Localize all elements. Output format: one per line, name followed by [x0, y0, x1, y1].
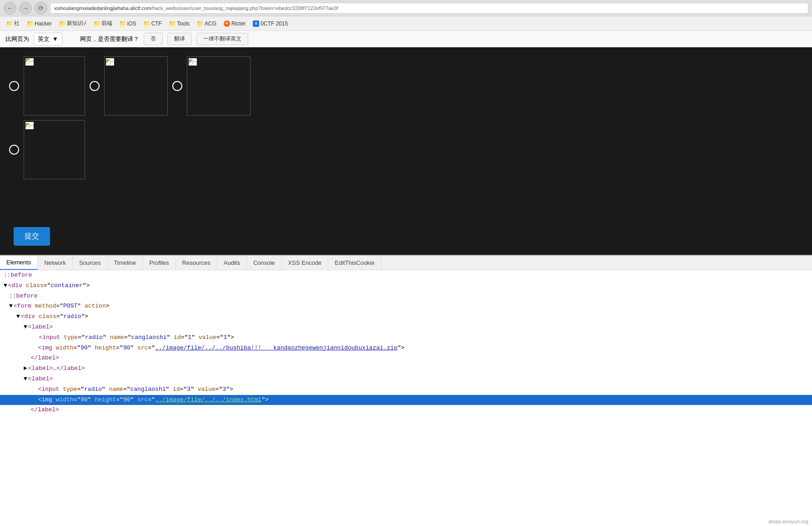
bookmark-hacker-label: Hacker	[35, 20, 52, 27]
tab-elements[interactable]: Elements	[0, 256, 38, 270]
code-line-label3: ▼<label>	[0, 374, 812, 384]
code-line-before2: ::before	[0, 291, 812, 302]
bookmark-xinzhi-label: 新知识√	[67, 20, 86, 27]
tag-img3: <img	[38, 396, 56, 403]
translate-lang-label: 英文	[38, 35, 50, 43]
tab-editcookie[interactable]: EditThisCookie	[328, 256, 381, 270]
tab-console[interactable]: Console	[247, 256, 282, 270]
bookmark-ctf[interactable]: 📁 CTF	[141, 19, 165, 28]
bookmark-ios[interactable]: 📁 iOS	[117, 19, 139, 28]
image-row-2	[9, 120, 803, 179]
bookmark-acg[interactable]: 📁 ACG	[194, 19, 219, 28]
bookmark-octf[interactable]: 8 0CTF 2015	[250, 19, 291, 28]
tab-xss[interactable]: XSS Encode	[282, 256, 329, 270]
radio-3[interactable]	[172, 81, 182, 91]
code-line-input1: <input type="radio" name="canglaoshi" id…	[0, 333, 812, 343]
radio-2[interactable]	[90, 81, 100, 91]
code-line-before1: ::before	[0, 270, 812, 281]
radio-4[interactable]	[9, 145, 19, 155]
svg-point-1	[32, 60, 33, 61]
bookmark-xinzhi[interactable]: 📁 新知识√	[56, 18, 89, 29]
bookmark-frontend-label: 前端	[101, 20, 112, 27]
code-line-label2-collapsed: ►<label>…</label>	[0, 364, 812, 374]
tag-label1-close: </label>	[31, 354, 59, 361]
folder-icon: 📁	[144, 20, 150, 27]
refresh-button[interactable]: ⟳	[35, 2, 47, 15]
radio-1[interactable]	[9, 81, 19, 91]
expand-triangle-label1[interactable]: ▼	[24, 324, 27, 330]
translate-question: 网页，是否需要翻译？	[80, 35, 139, 43]
tab-timeline[interactable]: Timeline	[108, 256, 143, 270]
submit-button[interactable]: 提交	[14, 227, 50, 246]
broken-image-icon-2	[106, 58, 114, 66]
image-placeholder-2	[104, 56, 168, 116]
browser-chrome: ← → ⟳ xishouliangmixiadedanlingjiahaha.a…	[0, 0, 812, 47]
folder-icon: 📁	[120, 20, 126, 27]
img1-src-link[interactable]: ../image/file/../../bushiba!!! kandaozhe…	[155, 344, 397, 351]
bookmark-she[interactable]: 📁 社	[4, 18, 22, 29]
expand-triangle-label3[interactable]: ▼	[24, 375, 27, 382]
tab-network[interactable]: Network	[38, 256, 73, 270]
attr-method: method	[35, 303, 56, 309]
code-line-label3-close: </label>	[0, 405, 812, 415]
code-line-form: ▼<form method="POST" action>	[0, 301, 812, 312]
attr-method-value: POST	[63, 303, 77, 309]
translate-yes-button[interactable]: 翻译	[167, 33, 192, 45]
folder-icon: 📁	[59, 20, 65, 27]
bookmark-frontend[interactable]: 📁 前端	[91, 18, 115, 29]
forward-button[interactable]: →	[19, 2, 32, 15]
tag-input1: <input	[39, 334, 64, 341]
bookmark-ios-label: iOS	[127, 20, 136, 27]
attr-class-container: class	[26, 282, 44, 289]
elements-panel: ::before ▼<div class="container"> ::befo…	[0, 270, 812, 415]
tab-sources[interactable]: Sources	[73, 256, 108, 270]
tab-profiles[interactable]: Profiles	[143, 256, 175, 270]
broken-image-icon-3	[189, 58, 197, 66]
address-text: xishouliangmixiadedanlingjiahaha.alictf.…	[54, 5, 338, 11]
bookmarks-bar: 📁 社 📁 Hacker 📁 新知识√ 📁 前端 📁 iOS 📁 CTF 📁 T…	[0, 16, 812, 31]
bookmark-tools[interactable]: 📁 Tools	[166, 19, 192, 28]
bookmark-ctf-label: CTF	[151, 20, 162, 27]
address-path: /hack_weibo/user/user_touxiang_najiaqian…	[151, 5, 338, 11]
bookmark-ricter[interactable]: R Ricter	[221, 19, 248, 28]
submit-area: 提交	[0, 220, 812, 255]
image-placeholder-1	[24, 56, 85, 116]
ricter-icon: R	[224, 20, 230, 27]
translate-never-button[interactable]: 一律不翻译英文	[196, 33, 248, 45]
bookmark-hacker[interactable]: 📁 Hacker	[24, 19, 55, 28]
expand-triangle-container[interactable]: ▼	[4, 282, 7, 289]
address-bar[interactable]: xishouliangmixiadedanlingjiahaha.alictf.…	[50, 3, 808, 14]
expand-triangle-label2[interactable]: ►	[24, 365, 27, 372]
translate-prefix: 比网页为	[5, 35, 29, 43]
attr-action: action	[85, 303, 106, 309]
tag-div-radio: <div	[21, 313, 39, 320]
folder-icon: 📁	[6, 20, 13, 27]
image-row-1	[9, 56, 803, 116]
translate-bar: 比网页为 英文 ▼ 网页，是否需要翻译？ 否 翻译 一律不翻译英文	[0, 31, 812, 47]
tab-audits[interactable]: Audits	[217, 256, 247, 270]
expand-triangle-form[interactable]: ▼	[9, 303, 13, 309]
folder-icon: 📁	[169, 20, 175, 27]
folder-icon: 📁	[94, 20, 100, 27]
folder-icon: 📁	[197, 20, 203, 27]
code-line-label1: ▼<label>	[0, 322, 812, 333]
tab-resources[interactable]: Resources	[176, 256, 217, 270]
code-line-input3: <input type="radio" name="canglaoshi" id…	[0, 384, 812, 395]
expand-triangle-radio[interactable]: ▼	[16, 313, 20, 320]
devtools: Elements Network Sources Timeline Profil…	[0, 255, 812, 415]
bookmark-ricter-label: Ricter	[231, 20, 246, 27]
translate-lang-selector[interactable]: 英文 ▼	[34, 33, 62, 46]
tag-form: <form	[14, 303, 35, 309]
tag-label2-collapsed: <label>	[28, 365, 53, 372]
back-button[interactable]: ←	[4, 2, 16, 15]
attr-class-value-container: container	[50, 282, 82, 289]
pseudo-before1: ::before	[4, 272, 32, 278]
img3-src-link[interactable]: ../image/file/../../index.html	[155, 396, 261, 403]
code-line-radio-div: ▼<div class="radio">	[0, 312, 812, 322]
attr-class-radio: class	[39, 313, 56, 320]
tag-img1: <img	[38, 344, 56, 351]
translate-no-button[interactable]: 否	[144, 33, 163, 45]
image-grid	[9, 56, 803, 179]
code-line-img3-highlighted: <img width="90" height="90" src="../imag…	[0, 395, 812, 405]
code-line-label1-close: </label>	[0, 353, 812, 364]
